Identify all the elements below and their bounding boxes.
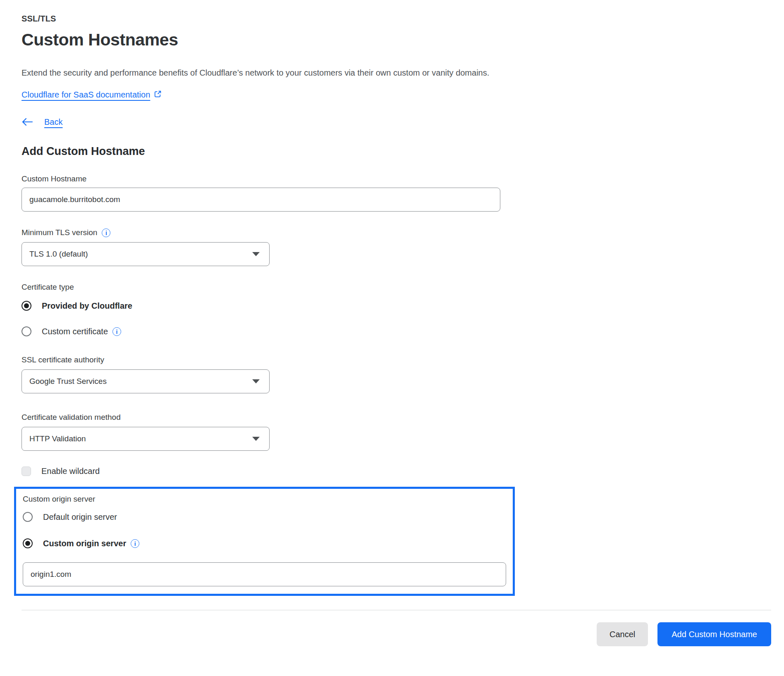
- origin-option-default[interactable]: Default origin server: [23, 512, 506, 522]
- certificate-type-option-provided[interactable]: Provided by Cloudflare: [22, 301, 770, 311]
- back-link[interactable]: Back: [44, 117, 62, 127]
- radio-button-selected[interactable]: [23, 538, 33, 548]
- radio-button-unselected[interactable]: [22, 326, 31, 336]
- custom-hostname-label: Custom Hostname: [22, 174, 770, 183]
- ssl-authority-select[interactable]: Google Trust Services: [22, 369, 270, 393]
- radio-label-row: Custom origin server: [43, 539, 139, 548]
- ssl-authority-selected-value: Google Trust Services: [29, 377, 107, 386]
- form-actions: Cancel Add Custom Hostname: [22, 622, 771, 646]
- chevron-down-icon: [252, 252, 260, 256]
- radio-label-row: Custom certificate: [42, 327, 121, 336]
- min-tls-selected-value: TLS 1.0 (default): [29, 250, 88, 259]
- radio-label: Custom certificate: [42, 327, 108, 336]
- info-icon[interactable]: [112, 327, 121, 336]
- custom-hostname-input[interactable]: [22, 188, 500, 212]
- custom-hostnames-page: SSL/TLS Custom Hostnames Extend the secu…: [0, 0, 784, 676]
- enable-wildcard-row: Enable wildcard: [22, 467, 770, 476]
- validation-method-selected-value: HTTP Validation: [29, 434, 86, 443]
- certificate-type-label: Certificate type: [22, 283, 770, 292]
- min-tls-label: Minimum TLS version: [22, 228, 97, 237]
- origin-option-custom[interactable]: Custom origin server: [23, 538, 506, 548]
- add-custom-hostname-button[interactable]: Add Custom Hostname: [657, 622, 771, 646]
- page-title: Custom Hostnames: [22, 30, 770, 50]
- radio-label: Default origin server: [43, 512, 117, 522]
- certificate-type-option-custom[interactable]: Custom certificate: [22, 326, 770, 336]
- chevron-down-icon: [252, 379, 260, 383]
- breadcrumb-section-label: SSL/TLS: [22, 14, 770, 24]
- validation-method-label: Certificate validation method: [22, 413, 770, 422]
- back-row: Back: [22, 117, 770, 127]
- form-heading: Add Custom Hostname: [22, 145, 770, 158]
- external-link-icon: [154, 90, 162, 98]
- info-icon[interactable]: [102, 229, 110, 237]
- radio-label: Custom origin server: [43, 539, 126, 548]
- origin-server-label: Custom origin server: [23, 495, 506, 504]
- page-description: Extend the security and performance bene…: [22, 68, 770, 78]
- radio-button-selected[interactable]: [22, 301, 31, 311]
- validation-method-select[interactable]: HTTP Validation: [22, 427, 270, 451]
- saas-documentation-link[interactable]: Cloudflare for SaaS documentation: [22, 90, 150, 100]
- radio-label: Provided by Cloudflare: [42, 301, 132, 311]
- ssl-authority-label: SSL certificate authority: [22, 355, 770, 364]
- enable-wildcard-checkbox[interactable]: [22, 467, 31, 476]
- custom-origin-server-input[interactable]: [23, 562, 506, 586]
- info-icon[interactable]: [131, 539, 139, 548]
- back-arrow-icon[interactable]: [22, 117, 33, 127]
- min-tls-select[interactable]: TLS 1.0 (default): [22, 242, 270, 266]
- chevron-down-icon: [252, 437, 260, 441]
- cancel-button[interactable]: Cancel: [597, 622, 648, 646]
- divider: [22, 610, 771, 610]
- enable-wildcard-label: Enable wildcard: [41, 467, 100, 476]
- custom-origin-server-section: Custom origin server Default origin serv…: [14, 487, 515, 596]
- min-tls-label-row: Minimum TLS version: [22, 228, 770, 237]
- doc-link-row: Cloudflare for SaaS documentation: [22, 90, 770, 100]
- radio-button-unselected[interactable]: [23, 512, 33, 522]
